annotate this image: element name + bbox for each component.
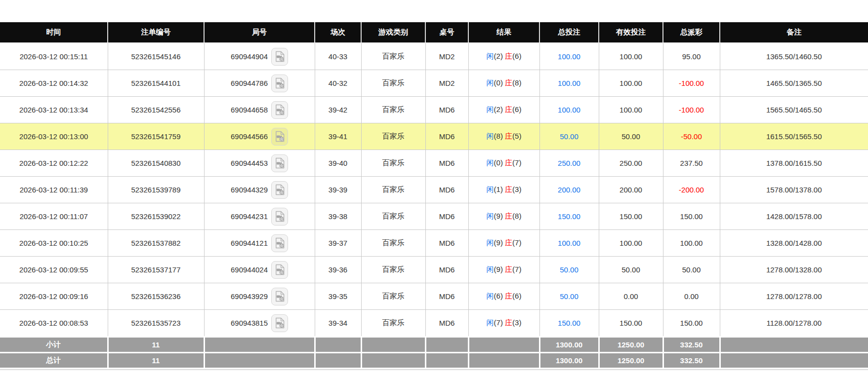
total-bet-link[interactable]: 100.00: [558, 52, 580, 61]
cell-valid-bet: 100.00: [599, 70, 663, 97]
col-header-valid-bet: 有效投注: [599, 22, 663, 43]
result-banker-score: (7): [512, 158, 521, 167]
cell-table-no: MD6: [425, 97, 468, 123]
result-player-score: (7): [494, 318, 503, 327]
cell-round: 690944329: [204, 177, 315, 203]
video-replay-button[interactable]: [271, 234, 288, 252]
table-row: 2026-03-12 00:11:39 523261539789 6909443…: [0, 177, 868, 203]
video-replay-button[interactable]: [271, 261, 288, 279]
result-banker-label: 庄: [505, 78, 512, 87]
table-row: 2026-03-12 00:08:53 523261535723 6909438…: [0, 310, 868, 337]
cell-total-bet: 50.00: [539, 123, 599, 150]
total-bet-link[interactable]: 50.00: [560, 265, 579, 274]
cell-total-bet: 250.00: [539, 150, 599, 177]
cell-result: 闲(7) 庄(3): [468, 310, 539, 337]
cell-game-type: 百家乐: [361, 203, 425, 230]
video-file-icon: [274, 317, 286, 329]
total-bet-link[interactable]: 100.00: [558, 239, 580, 247]
table-row: 2026-03-12 00:13:00 523261541759 6909445…: [0, 123, 868, 150]
total-empty-table-no: [425, 353, 468, 369]
cell-payout: 50.00: [663, 257, 720, 283]
video-replay-button[interactable]: [271, 48, 288, 66]
cell-time: 2026-03-12 00:13:00: [0, 123, 108, 150]
cell-valid-bet: 250.00: [599, 150, 663, 177]
round-number: 690943929: [231, 292, 268, 301]
result-banker-label: 庄: [505, 318, 512, 327]
cell-total-bet: 150.00: [539, 310, 599, 337]
video-file-icon: [274, 184, 286, 196]
cell-time: 2026-03-12 00:09:55: [0, 257, 108, 283]
cell-payout: 100.00: [663, 230, 720, 257]
total-bet-link[interactable]: 150.00: [558, 319, 580, 327]
cell-table-no: MD2: [425, 43, 468, 70]
video-replay-button[interactable]: [271, 101, 288, 119]
cell-session: 39-34: [315, 310, 361, 337]
result-banker-score: (6): [512, 52, 521, 60]
cell-table-no: MD6: [425, 257, 468, 283]
video-replay-button[interactable]: [271, 75, 288, 92]
cell-total-bet: 50.00: [539, 257, 599, 283]
total-bet-link[interactable]: 200.00: [558, 186, 580, 194]
round-number: 690944121: [231, 239, 268, 247]
result-player-score: (9): [494, 238, 503, 247]
cell-result: 闲(9) 庄(7): [468, 230, 539, 257]
cell-result: 闲(6) 庄(6): [468, 283, 539, 310]
cell-time: 2026-03-12 00:11:07: [0, 203, 108, 230]
result-banker-label: 庄: [505, 265, 512, 273]
subtotal-row: 小计 11 1300.00 1250.00 332.50: [0, 337, 868, 353]
round-number: 690943815: [231, 319, 268, 327]
cell-session: 39-42: [315, 97, 361, 123]
table-row: 2026-03-12 00:09:55 523261537177 6909440…: [0, 257, 868, 283]
col-header-table-no: 桌号: [425, 22, 468, 43]
cell-round: 690944786: [204, 70, 315, 97]
cell-session: 40-32: [315, 70, 361, 97]
video-replay-button[interactable]: [271, 314, 288, 332]
result-player-label: 闲: [487, 318, 494, 327]
total-empty-result: [468, 353, 539, 369]
result-banker-score: (6): [512, 105, 521, 113]
cell-remark: 1578.00/1378.00: [720, 177, 868, 203]
cell-payout: 0.00: [663, 283, 720, 310]
total-bet-link[interactable]: 50.00: [560, 292, 579, 301]
video-replay-button[interactable]: [271, 128, 288, 146]
cell-time: 2026-03-12 00:12:22: [0, 150, 108, 177]
cell-valid-bet: 100.00: [599, 230, 663, 257]
total-bet-link[interactable]: 50.00: [560, 132, 579, 141]
col-header-game-type: 游戏类别: [361, 22, 425, 43]
total-bet-link[interactable]: 150.00: [558, 212, 580, 221]
cell-time: 2026-03-12 00:15:11: [0, 43, 108, 70]
cell-remark: 1278.00/1278.00: [720, 283, 868, 310]
cell-order-no: 523261541759: [108, 123, 204, 150]
cell-valid-bet: 200.00: [599, 177, 663, 203]
total-bet-link[interactable]: 250.00: [558, 159, 580, 167]
cell-payout: -50.00: [663, 123, 720, 150]
total-label: 总计: [0, 353, 108, 369]
cell-valid-bet: 150.00: [599, 310, 663, 337]
cell-session: 39-39: [315, 177, 361, 203]
round-number: 690944658: [231, 106, 268, 114]
video-replay-button[interactable]: [271, 288, 288, 305]
cell-remark: 1465.50/1365.50: [720, 70, 868, 97]
cell-remark: 1378.00/1615.50: [720, 150, 868, 177]
cell-session: 39-40: [315, 150, 361, 177]
video-replay-button[interactable]: [271, 208, 288, 226]
table-header-row: 时间 注单编号 局号 场次 游戏类别 桌号 结果 总投注 有效投注 总派彩 备注: [0, 22, 868, 43]
table-row: 2026-03-12 00:13:34 523261542556 6909446…: [0, 97, 868, 123]
video-replay-button[interactable]: [271, 154, 288, 172]
total-empty-session: [315, 353, 361, 369]
cell-valid-bet: 0.00: [599, 283, 663, 310]
cell-time: 2026-03-12 00:14:32: [0, 70, 108, 97]
result-player-score: (0): [494, 78, 503, 87]
cell-total-bet: 100.00: [539, 70, 599, 97]
total-bet-link[interactable]: 100.00: [558, 79, 580, 87]
cell-remark: 1128.00/1278.00: [720, 310, 868, 337]
cell-session: 40-33: [315, 43, 361, 70]
result-banker-label: 庄: [505, 185, 512, 193]
cell-remark: 1428.00/1578.00: [720, 203, 868, 230]
video-file-icon: [274, 50, 286, 63]
cell-session: 39-35: [315, 283, 361, 310]
total-bet-link[interactable]: 100.00: [558, 106, 580, 114]
cell-order-no: 523261536236: [108, 283, 204, 310]
cell-time: 2026-03-12 00:13:34: [0, 97, 108, 123]
video-replay-button[interactable]: [271, 181, 288, 199]
